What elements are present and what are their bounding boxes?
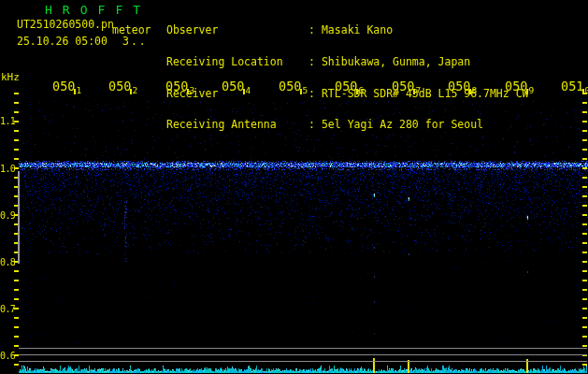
freq-tick — [582, 252, 587, 253]
time-axis-label: 0510 — [561, 77, 588, 94]
freq-axis-label: 0.6 — [0, 352, 15, 361]
freq-axis-label: 0.9 — [0, 211, 15, 221]
hrofft-screen: H R O F F T UT2510260500.pn meteor 25.10… — [0, 0, 588, 374]
freq-axis-label: 0.7 — [0, 305, 15, 314]
time-label-hhm: 050 — [448, 79, 470, 94]
freq-tick — [14, 345, 19, 347]
freq-tick — [582, 214, 587, 216]
time-axis-label: 0509 — [505, 77, 534, 94]
time-label-minute: 7 — [415, 85, 421, 95]
freq-tick — [14, 326, 19, 328]
freq-tick — [582, 195, 587, 197]
level-gridline — [19, 348, 587, 349]
freq-tick — [582, 186, 587, 188]
time-axis-label: 0503 — [165, 77, 194, 94]
time-axis-label: 0507 — [392, 77, 421, 94]
axis-layer: 1.11.00.90.80.70.60501050205030504050505… — [0, 0, 588, 374]
time-label-minute: 5 — [302, 85, 308, 95]
time-label-hhm: 051 — [561, 79, 583, 94]
time-label-hhm: 050 — [222, 79, 244, 94]
freq-tick — [582, 270, 587, 272]
time-label-minute: 3 — [189, 85, 194, 95]
freq-tick — [582, 326, 587, 328]
time-label-hhm: 050 — [52, 79, 75, 94]
freq-tick — [582, 345, 587, 347]
freq-tick — [14, 158, 19, 160]
time-axis-label: 0508 — [448, 77, 477, 94]
freq-scale-bar — [18, 171, 20, 264]
freq-tick — [14, 93, 19, 94]
freq-tick — [582, 149, 587, 151]
freq-tick — [14, 298, 19, 300]
freq-axis-label: 1.1 — [0, 117, 15, 126]
freq-tick — [582, 205, 587, 207]
time-label-minute: 2 — [132, 85, 137, 95]
freq-tick — [14, 317, 19, 319]
time-label-hhm: 050 — [108, 79, 131, 94]
freq-tick — [14, 111, 19, 113]
freq-tick — [14, 336, 19, 338]
freq-tick — [14, 280, 19, 281]
freq-tick — [582, 102, 587, 104]
time-axis-label: 0504 — [222, 77, 251, 94]
freq-axis-label: 1.0 — [0, 165, 15, 174]
freq-tick — [582, 167, 587, 169]
freq-tick — [14, 149, 19, 151]
freq-tick — [582, 177, 587, 179]
freq-tick — [582, 364, 587, 366]
level-gridline — [19, 354, 587, 355]
freq-tick — [582, 261, 587, 263]
freq-tick — [582, 289, 587, 291]
freq-tick — [582, 111, 587, 113]
time-axis-label: 0505 — [279, 77, 308, 94]
freq-tick — [582, 336, 587, 338]
time-axis-label: 0501 — [52, 77, 81, 94]
level-gridline — [19, 361, 587, 362]
time-label-hhm: 050 — [335, 79, 357, 94]
freq-tick — [14, 270, 19, 272]
freq-tick — [14, 130, 19, 132]
freq-tick — [582, 317, 587, 319]
time-label-minute: 6 — [358, 85, 364, 95]
freq-tick — [582, 158, 587, 160]
freq-tick — [14, 364, 19, 366]
freq-tick — [14, 102, 19, 104]
freq-tick — [582, 139, 587, 141]
time-label-hhm: 050 — [279, 79, 301, 94]
freq-tick — [582, 280, 587, 281]
time-label-minute: 4 — [245, 85, 251, 95]
time-label-hhm: 050 — [505, 79, 527, 94]
freq-tick — [14, 289, 19, 291]
freq-tick — [582, 308, 587, 309]
time-label-hhm: 050 — [165, 79, 188, 94]
time-label-minute: 9 — [528, 85, 534, 95]
time-label-minute: 8 — [471, 85, 477, 95]
time-label-hhm: 050 — [392, 79, 414, 94]
freq-axis-label: 0.8 — [0, 258, 15, 267]
time-label-minute: 0 — [584, 85, 588, 95]
time-label-minute: 1 — [76, 85, 81, 95]
time-axis-label: 0506 — [335, 77, 364, 94]
freq-tick — [582, 233, 587, 235]
freq-tick — [582, 130, 587, 132]
freq-tick — [582, 223, 587, 225]
freq-tick — [582, 121, 587, 122]
time-axis-label: 0502 — [108, 77, 137, 94]
freq-tick — [582, 298, 587, 300]
freq-tick — [14, 139, 19, 141]
freq-tick — [582, 242, 587, 244]
